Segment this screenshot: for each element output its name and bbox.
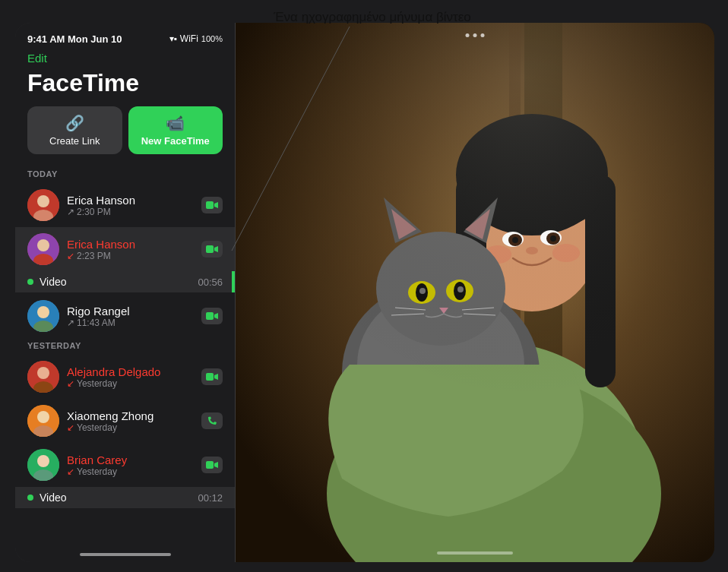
contact-info-brian: Brian Carey ↙ Yesterday — [67, 453, 194, 477]
svg-point-3 — [37, 195, 49, 207]
home-indicator-photo — [437, 551, 513, 555]
edit-button[interactable]: Edit — [15, 50, 235, 68]
home-indicator — [80, 553, 171, 556]
contact-time-brian: ↙ Yesterday — [67, 466, 194, 477]
outgoing-arrow-icon-rigo: ↗ — [67, 318, 74, 328]
contact-time-xiaomeng: ↙ Yesterday — [67, 422, 194, 433]
video-message-brian-label: Video — [40, 491, 191, 504]
ipad-frame: 9:41 AM Mon Jun 10 ▾▪ WiFi 100% Edit Fac… — [15, 23, 714, 562]
call-item-xiaomeng[interactable]: Xiaomeng Zhong ↙ Yesterday — [15, 399, 235, 443]
dot1 — [466, 33, 470, 37]
create-link-button[interactable]: 🔗 Create Link — [27, 106, 122, 154]
wifi-icon: WiFi — [180, 33, 198, 44]
svg-rect-13 — [206, 312, 214, 320]
contact-time: ↗ 2:30 PM — [67, 207, 194, 217]
section-header-today: TODAY — [15, 166, 235, 183]
status-bar: 9:41 AM Mon Jun 10 ▾▪ WiFi 100% — [15, 23, 235, 50]
video-message-indicator — [232, 271, 235, 292]
contact-info-xiaomeng: Xiaomeng Zhong ↙ Yesterday — [67, 409, 194, 433]
audio-call-icon-xiaomeng[interactable] — [201, 412, 223, 429]
video-message-duration: 00:56 — [198, 277, 223, 288]
video-call-icon-erica2[interactable] — [201, 241, 223, 258]
video-camera-icon: 📹 — [166, 114, 185, 132]
contact-time-rigo: ↗ 11:43 AM — [67, 318, 194, 328]
contact-name-missed: Erica Hanson — [67, 238, 194, 251]
contact-name-brian: Brian Carey — [67, 453, 194, 466]
svg-point-7 — [37, 239, 49, 251]
section-header-yesterday: YESTERDAY — [15, 338, 235, 355]
outgoing-arrow-icon: ↗ — [67, 207, 74, 217]
svg-rect-24 — [206, 461, 214, 469]
video-message-label: Video — [40, 276, 191, 288]
avatar-erica2 — [27, 233, 59, 265]
incoming-arrow-icon-alejandra: ↙ — [67, 378, 74, 389]
new-facetime-label: New FaceTime — [141, 135, 210, 147]
svg-rect-17 — [206, 373, 214, 381]
svg-rect-5 — [206, 201, 214, 209]
facetime-photo — [236, 23, 714, 562]
new-facetime-button[interactable]: 📹 New FaceTime — [128, 106, 223, 154]
contact-info-erica2: Erica Hanson ↙ 2:23 PM — [67, 238, 194, 261]
contact-time-erica2: ↙ 2:23 PM — [67, 251, 194, 261]
call-item-rigo[interactable]: Rigo Rangel ↗ 11:43 AM — [15, 294, 235, 338]
action-buttons: 🔗 Create Link 📹 New FaceTime — [15, 106, 235, 166]
svg-rect-63 — [236, 23, 714, 562]
video-message-brian-duration: 00:12 — [198, 492, 223, 504]
incoming-arrow-icon: ↙ — [67, 251, 74, 261]
video-dot-brian-icon — [27, 495, 33, 501]
contact-name-alejandra: Alejandra Delgado — [67, 365, 194, 378]
video-dot-icon — [27, 279, 33, 285]
contact-name: Erica Hanson — [67, 194, 194, 207]
video-call-icon-brian[interactable] — [201, 457, 223, 473]
avatar-brian — [27, 449, 59, 481]
link-icon: 🔗 — [65, 114, 84, 132]
dot2 — [473, 33, 477, 37]
svg-point-22 — [37, 455, 49, 467]
video-call-icon-alejandra[interactable] — [201, 368, 223, 385]
call-item-erica2[interactable]: Erica Hanson ↙ 2:23 PM — [15, 227, 235, 271]
call-list: TODAY Erica Hanson ↗ 2:30 PM — [15, 166, 235, 562]
signal-icon: ▾▪ — [169, 33, 177, 44]
create-link-label: Create Link — [49, 135, 100, 147]
photo-panel — [236, 23, 714, 562]
svg-rect-9 — [206, 245, 214, 253]
page-title: FaceTime — [15, 68, 235, 106]
contact-info-alejandra: Alejandra Delgado ↙ Yesterday — [67, 365, 194, 389]
video-call-icon-rigo[interactable] — [201, 308, 223, 324]
avatar-erica1 — [27, 189, 59, 221]
call-item-alejandra[interactable]: Alejandra Delgado ↙ Yesterday — [15, 355, 235, 399]
svg-point-11 — [37, 306, 49, 318]
incoming-arrow-icon-brian: ↙ — [67, 466, 74, 477]
video-message-brian[interactable]: Video 00:12 — [15, 487, 235, 508]
svg-point-19 — [37, 411, 49, 423]
contact-info-rigo: Rigo Rangel ↗ 11:43 AM — [67, 305, 194, 328]
battery-icon: 100% — [201, 34, 223, 43]
incoming-arrow-icon-xiaomeng: ↙ — [67, 422, 74, 433]
three-dots-menu[interactable] — [466, 33, 485, 37]
status-time: 9:41 AM Mon Jun 10 — [27, 33, 122, 45]
video-message-erica[interactable]: Video 00:56 — [15, 271, 235, 292]
svg-point-15 — [37, 367, 49, 379]
contact-time-alejandra: ↙ Yesterday — [67, 378, 194, 389]
call-item-erica1[interactable]: Erica Hanson ↗ 2:30 PM — [15, 183, 235, 227]
video-call-icon[interactable] — [201, 197, 223, 213]
contact-info-erica1: Erica Hanson ↗ 2:30 PM — [67, 194, 194, 217]
status-right: ▾▪ WiFi 100% — [169, 33, 223, 44]
sidebar: 9:41 AM Mon Jun 10 ▾▪ WiFi 100% Edit Fac… — [15, 23, 236, 562]
dot3 — [481, 33, 485, 37]
avatar-rigo — [27, 300, 59, 332]
avatar-xiaomeng — [27, 405, 59, 437]
contact-name-rigo: Rigo Rangel — [67, 305, 194, 318]
call-item-brian[interactable]: Brian Carey ↙ Yesterday — [15, 443, 235, 487]
contact-name-xiaomeng: Xiaomeng Zhong — [67, 409, 194, 422]
avatar-alejandra — [27, 361, 59, 393]
